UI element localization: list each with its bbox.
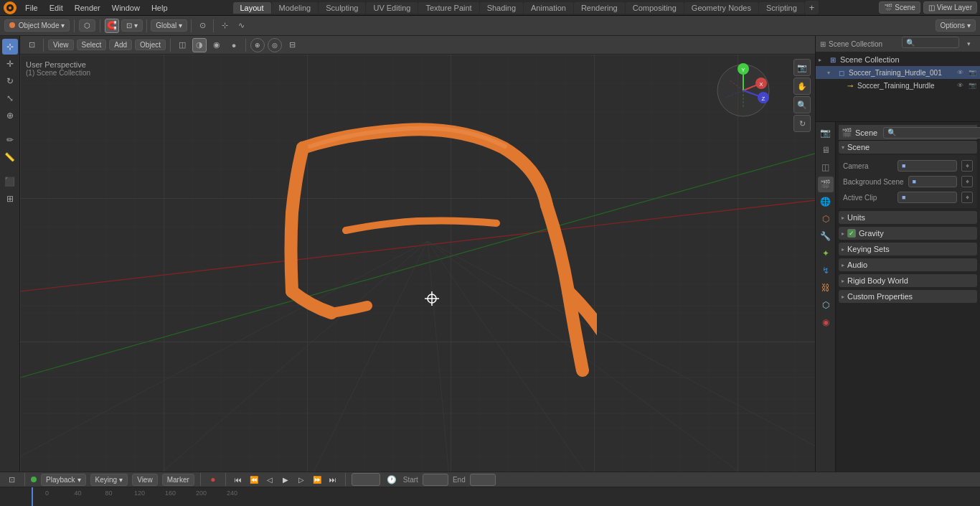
hurdle-render-icon[interactable]: 📷 (967, 80, 977, 90)
keying-dropdown[interactable]: Keying ▾ (90, 474, 128, 486)
snap-type-dropdown[interactable]: ⊡ ▾ (121, 19, 143, 32)
scene-section-header[interactable]: ▾ Scene (839, 141, 977, 154)
options-dropdown[interactable]: Options ▾ (936, 19, 976, 32)
background-scene-picker[interactable]: ⌖ (961, 176, 973, 187)
tool-annotate[interactable]: ✏ (2, 132, 18, 148)
tab-layout[interactable]: Layout (233, 2, 271, 14)
tab-shading[interactable]: Shading (480, 2, 523, 14)
tool-move[interactable]: ✛ (2, 56, 18, 72)
vp-view-menu[interactable]: View (48, 39, 74, 50)
xray-toggle[interactable]: ⊟ (285, 38, 299, 52)
tool-rotate[interactable]: ↻ (2, 73, 18, 89)
menu-edit[interactable]: Edit (44, 2, 68, 14)
outliner-item-hurdle001[interactable]: ▾ ◻ Soccer_Training_Hurdle_001 👁 📷 (816, 66, 980, 79)
vp-select-menu[interactable]: Select (77, 39, 107, 50)
play-btn[interactable]: ▶ (279, 473, 292, 486)
tool-measure[interactable]: 📏 (2, 149, 18, 165)
playback-dropdown[interactable]: Playback ▾ (41, 474, 86, 486)
tab-modeling[interactable]: Modeling (272, 2, 319, 14)
props-view-layer-icon[interactable]: ◫ (818, 159, 834, 175)
menu-help[interactable]: Help (146, 2, 173, 14)
active-clip-value[interactable]: ■ (897, 192, 957, 203)
jump-start-btn[interactable]: ⏮ (232, 473, 245, 486)
props-search-input[interactable] (883, 127, 980, 139)
props-render-icon[interactable]: 📷 (818, 125, 834, 141)
menu-render[interactable]: Render (70, 2, 105, 14)
tab-scripting[interactable]: Scripting (759, 2, 804, 14)
gravity-checkbox[interactable]: ✓ (847, 229, 856, 238)
tab-uv-editing[interactable]: UV Editing (366, 2, 418, 14)
props-data-icon[interactable]: ⬡ (818, 297, 834, 313)
gizmo-toggle[interactable]: ⊕ (250, 38, 265, 52)
pan-btn[interactable]: ✋ (793, 78, 811, 95)
vp-object-menu[interactable]: Object (135, 39, 166, 50)
current-frame-input[interactable]: 1 (352, 473, 380, 486)
tab-sculpting[interactable]: Sculpting (319, 2, 365, 14)
timeline-editor-icon[interactable]: ⊡ (4, 472, 19, 487)
scene-selector[interactable]: 🎬 Scene (879, 1, 920, 14)
menu-file[interactable]: File (20, 2, 43, 14)
props-scene-icon[interactable]: 🎬 (818, 177, 834, 192)
background-scene-value[interactable]: ■ (908, 176, 957, 187)
tab-animation[interactable]: Animation (524, 2, 573, 14)
snap-toggle[interactable]: 🧲 (105, 19, 119, 33)
step-back-btn[interactable]: ◁ (263, 473, 276, 486)
active-clip-picker[interactable]: ⌖ (961, 192, 973, 203)
tab-rendering[interactable]: Rendering (574, 2, 625, 14)
tool-extrude[interactable]: ⊞ (2, 191, 18, 207)
props-modifier-icon[interactable]: 🔧 (818, 228, 834, 244)
custom-props-header[interactable]: ▸ Custom Properties (839, 290, 977, 303)
pivot-dropdown[interactable]: Global ▾ (151, 19, 187, 32)
snap-icon2[interactable]: ⊹ (217, 19, 232, 33)
tab-add-button[interactable]: + (805, 1, 819, 14)
visibility-icon[interactable]: 👁 (955, 67, 965, 78)
props-particles-icon[interactable]: ✦ (818, 245, 834, 261)
marker-dropdown[interactable]: Marker (162, 474, 194, 486)
tool-transform[interactable]: ⊕ (2, 108, 18, 123)
shading-solid-btn[interactable]: ◑ (192, 38, 207, 52)
navigation-gizmo[interactable]: X Y Z (715, 62, 772, 119)
proportional-edit[interactable]: ⊙ (195, 19, 209, 33)
record-button[interactable]: ● (207, 473, 220, 486)
tab-texture-paint[interactable]: Texture Paint (418, 2, 479, 14)
camera-view-btn[interactable]: 📷 (793, 59, 811, 76)
timeline-playhead[interactable] (32, 487, 33, 506)
props-material-icon[interactable]: ◉ (818, 314, 834, 330)
gravity-section-header[interactable]: ▸ ✓ Gravity (839, 227, 977, 240)
audio-section-header[interactable]: ▸ Audio (839, 258, 977, 271)
camera-picker-btn[interactable]: ⌖ (961, 160, 973, 172)
next-keyframe-btn[interactable]: ⏩ (311, 473, 324, 486)
rotate-btn[interactable]: ↻ (793, 115, 811, 132)
outliner-search[interactable] (902, 37, 959, 48)
snap-icon3[interactable]: ∿ (234, 19, 248, 33)
timeline-body[interactable]: 0 40 80 120 160 200 240 (0, 487, 980, 506)
prev-keyframe-btn[interactable]: ⏪ (248, 473, 260, 486)
tab-compositing[interactable]: Compositing (626, 2, 684, 14)
camera-value[interactable]: ■ (897, 160, 957, 172)
viewport-shading-btn[interactable]: ⬡ (79, 19, 95, 32)
tab-geometry-nodes[interactable]: Geometry Nodes (684, 2, 758, 14)
end-frame-input[interactable]: 250 (470, 474, 496, 486)
step-forward-btn[interactable]: ▷ (295, 473, 308, 486)
outliner-filter-btn[interactable]: ▾ (961, 37, 976, 51)
props-object-icon[interactable]: ⬡ (818, 211, 834, 227)
overlay-toggle[interactable]: ◎ (268, 38, 282, 52)
tool-cursor[interactable]: ⊹ (2, 39, 18, 55)
shading-render-btn[interactable]: ● (227, 38, 241, 52)
outliner-scene-collection[interactable]: ▸ ⊞ Scene Collection (816, 53, 980, 66)
tl-view-dropdown[interactable]: View (132, 474, 158, 486)
props-output-icon[interactable]: 🖥 (818, 142, 834, 158)
keying-sets-header[interactable]: ▸ Keying Sets (839, 243, 977, 256)
jump-end-btn[interactable]: ⏭ (326, 473, 339, 486)
props-physics-icon[interactable]: ↯ (818, 263, 834, 278)
outliner-body[interactable]: ▸ ⊞ Scene Collection ▾ ◻ Soccer_Training… (816, 52, 980, 121)
units-section-header[interactable]: ▸ Units (839, 211, 977, 224)
zoom-btn[interactable]: 🔍 (793, 96, 811, 113)
outliner-item-hurdle[interactable]: ⊸ Soccer_Training_Hurdle 👁 📷 (816, 79, 980, 92)
tool-scale[interactable]: ⤡ (2, 90, 18, 106)
props-constraints-icon[interactable]: ⛓ (818, 280, 834, 296)
view-layer-selector[interactable]: ◫ View Layer (923, 1, 977, 14)
viewport-canvas[interactable]: User Perspective (1) Scene Collection (20, 55, 815, 472)
hurdle-visibility-icon[interactable]: 👁 (955, 80, 965, 90)
props-world-icon[interactable]: 🌐 (818, 194, 834, 210)
